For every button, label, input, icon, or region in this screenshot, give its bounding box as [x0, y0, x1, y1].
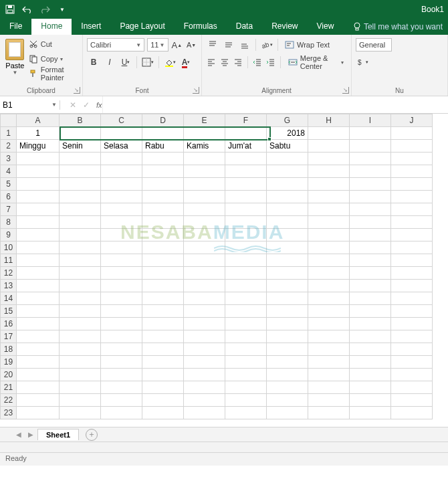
paste-button[interactable]: Paste ▼ — [4, 37, 26, 85]
cell[interactable] — [308, 203, 350, 216]
row-header[interactable]: 16 — [1, 318, 17, 330]
cell[interactable] — [60, 318, 101, 330]
cell[interactable] — [350, 292, 391, 305]
clipboard-dialog-launcher[interactable] — [74, 87, 80, 94]
align-right-icon[interactable] — [233, 56, 243, 69]
redo-icon[interactable] — [39, 3, 51, 15]
cell[interactable]: Sabtu — [267, 140, 308, 153]
row-header[interactable]: 15 — [1, 305, 17, 318]
row-header[interactable]: 22 — [1, 394, 17, 407]
sheet-nav-next-icon[interactable]: ▶ — [25, 431, 36, 438]
cell[interactable] — [308, 153, 350, 165]
worksheet[interactable]: ABCDEFGHIJ1120182MingguSeninSelasaRabuKa… — [0, 114, 448, 427]
cell[interactable] — [308, 229, 350, 241]
tab-data[interactable]: Data — [227, 19, 262, 35]
cell[interactable]: Kamis — [184, 140, 225, 153]
cell[interactable] — [350, 153, 391, 165]
cell[interactable] — [225, 381, 267, 394]
cell[interactable] — [350, 280, 391, 292]
tab-view[interactable]: View — [308, 19, 344, 35]
cell[interactable] — [225, 407, 267, 419]
cell[interactable] — [17, 369, 60, 381]
number-format-combo[interactable]: General — [356, 38, 392, 52]
row-header[interactable]: 19 — [1, 356, 17, 369]
cell[interactable] — [391, 254, 433, 267]
cell[interactable] — [184, 407, 225, 419]
cell[interactable] — [184, 343, 225, 356]
cell[interactable] — [101, 254, 142, 267]
cell[interactable] — [60, 216, 101, 229]
cell[interactable] — [267, 267, 308, 280]
cell[interactable] — [17, 343, 60, 356]
cell[interactable] — [350, 356, 391, 369]
cell[interactable] — [101, 178, 142, 191]
cell[interactable] — [267, 381, 308, 394]
cell[interactable] — [60, 229, 101, 241]
cell[interactable]: 1 — [17, 127, 60, 140]
cell[interactable] — [142, 254, 184, 267]
cell[interactable] — [267, 153, 308, 165]
formula-bar[interactable] — [102, 96, 448, 113]
cell[interactable] — [308, 369, 350, 381]
cell[interactable] — [60, 330, 101, 343]
font-dialog-launcher[interactable] — [193, 87, 199, 94]
cell[interactable] — [308, 318, 350, 330]
cell[interactable] — [101, 381, 142, 394]
qat-customize-icon[interactable]: ▼ — [56, 3, 68, 15]
cell[interactable] — [60, 292, 101, 305]
cell[interactable] — [184, 178, 225, 191]
tab-review[interactable]: Review — [262, 19, 307, 35]
cell[interactable] — [391, 330, 433, 343]
row-header[interactable]: 1 — [1, 127, 17, 140]
column-header[interactable]: H — [308, 114, 350, 127]
cell[interactable] — [391, 381, 433, 394]
cell[interactable] — [308, 343, 350, 356]
cell[interactable] — [101, 394, 142, 407]
cell[interactable] — [225, 229, 267, 241]
row-header[interactable]: 6 — [1, 191, 17, 203]
cell[interactable] — [142, 318, 184, 330]
cell[interactable] — [391, 292, 433, 305]
cell[interactable] — [391, 153, 433, 165]
column-header[interactable]: B — [60, 114, 101, 127]
bold-button[interactable]: B — [87, 56, 100, 69]
copy-button[interactable]: Copy ▾ — [29, 52, 78, 66]
cell[interactable] — [17, 203, 60, 216]
cell[interactable] — [142, 330, 184, 343]
cell[interactable] — [225, 254, 267, 267]
row-header[interactable]: 7 — [1, 203, 17, 216]
cell[interactable] — [267, 229, 308, 241]
row-header[interactable]: 3 — [1, 153, 17, 165]
align-center-icon[interactable] — [219, 56, 230, 69]
cell[interactable] — [142, 369, 184, 381]
cell[interactable] — [60, 153, 101, 165]
name-box[interactable]: B1 ▼ — [0, 100, 60, 110]
cell[interactable] — [17, 267, 60, 280]
cell[interactable] — [225, 343, 267, 356]
cell[interactable] — [142, 127, 184, 140]
cell[interactable] — [225, 267, 267, 280]
cell[interactable] — [101, 318, 142, 330]
cell[interactable] — [17, 394, 60, 407]
cell[interactable] — [391, 280, 433, 292]
cell[interactable] — [60, 241, 101, 254]
cell[interactable] — [267, 191, 308, 203]
cell[interactable] — [142, 356, 184, 369]
cell[interactable] — [308, 381, 350, 394]
cell[interactable] — [184, 254, 225, 267]
cell[interactable]: Rabu — [142, 140, 184, 153]
cell[interactable] — [350, 343, 391, 356]
cell[interactable] — [391, 343, 433, 356]
cell[interactable] — [308, 216, 350, 229]
column-header[interactable]: G — [267, 114, 308, 127]
cell[interactable] — [350, 369, 391, 381]
cell[interactable] — [17, 241, 60, 254]
cell[interactable] — [60, 394, 101, 407]
cell[interactable] — [391, 267, 433, 280]
increase-font-icon[interactable]: A▲ — [171, 38, 183, 52]
cell[interactable] — [17, 381, 60, 394]
cell[interactable] — [17, 216, 60, 229]
italic-button[interactable]: I — [103, 56, 116, 69]
row-header[interactable]: 8 — [1, 216, 17, 229]
borders-button[interactable]: ▾ — [141, 56, 154, 69]
